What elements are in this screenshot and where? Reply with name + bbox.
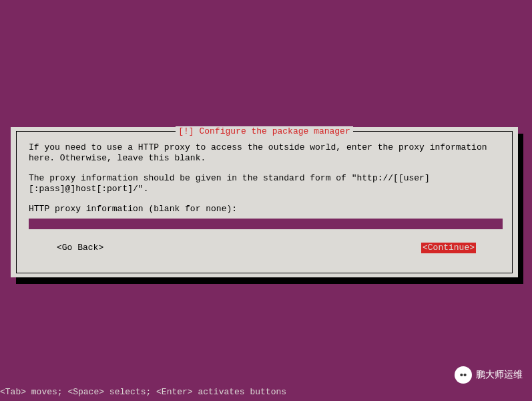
watermark: •• 鹏大师运维: [455, 366, 523, 384]
dialog-title: [!] Configure the package manager: [176, 126, 352, 136]
watermark-icon: ••: [455, 366, 472, 384]
instruction-text-2: The proxy information should be given in…: [29, 173, 500, 194]
continue-button[interactable]: <Continue>: [421, 243, 476, 253]
keyboard-hints: <Tab> moves; <Space> selects; <Enter> ac…: [0, 387, 286, 397]
proxy-input[interactable]: [29, 219, 503, 229]
proxy-prompt-label: HTTP proxy information (blank for none):: [29, 204, 500, 215]
instruction-text-1: If you need to use a HTTP proxy to acces…: [29, 142, 500, 164]
watermark-text: 鹏大师运维: [476, 369, 523, 381]
configure-package-manager-dialog: [!] Configure the package manager If you…: [11, 127, 518, 277]
go-back-button[interactable]: <Go Back>: [57, 243, 103, 253]
dialog-border: [!] Configure the package manager If you…: [16, 131, 513, 273]
